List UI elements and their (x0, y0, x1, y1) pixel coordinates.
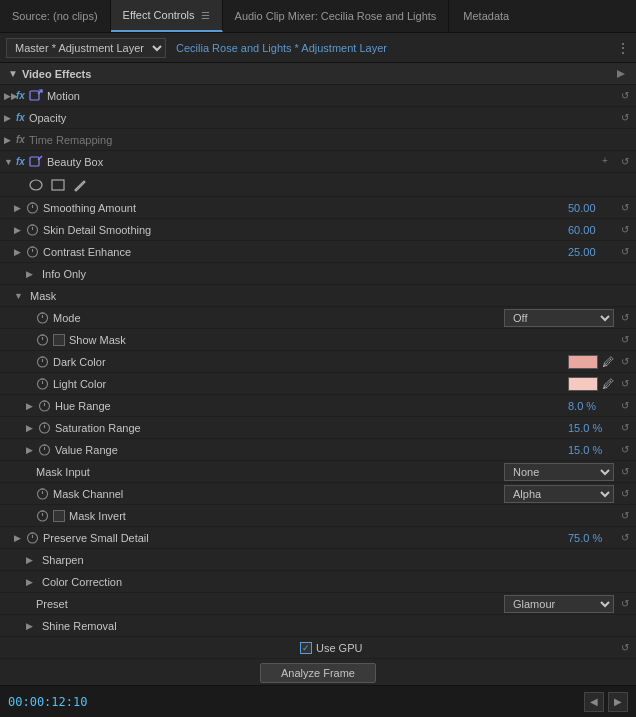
mask-chevron[interactable]: ▼ (14, 291, 26, 301)
color-correction-chevron[interactable]: ▶ (26, 577, 38, 587)
hue-range-reset[interactable]: ↺ (618, 399, 632, 413)
mask-invert-checkbox[interactable] (53, 510, 65, 522)
tab-audio-clip-mixer[interactable]: Audio Clip Mixer: Cecilia Rose and Light… (223, 0, 450, 32)
color-correction-row: ▶ Color Correction (0, 571, 636, 593)
preserve-chevron[interactable]: ▶ (14, 533, 26, 543)
value-range-stopwatch[interactable] (38, 443, 51, 456)
ellipse-icon[interactable] (28, 177, 44, 193)
mask-channel-select[interactable]: Alpha Red Green Blue (504, 485, 614, 503)
light-color-eyedropper[interactable]: 🖉 (602, 377, 614, 391)
dark-color-eyedropper[interactable]: 🖉 (602, 355, 614, 369)
preset-row: Preset Glamour Natural Soft Vivid ↺ (0, 593, 636, 615)
preserve-small-row: ▶ Preserve Small Detail 75.0 % ↺ (0, 527, 636, 549)
show-mask-stopwatch[interactable] (36, 333, 49, 346)
mask-channel-stopwatch[interactable] (36, 487, 49, 500)
prev-frame-button[interactable]: ◀ (584, 692, 604, 712)
panel-body: ▼ Video Effects ▶ fx Motion ↺ ▶ fx Opaci… (0, 63, 636, 685)
master-select[interactable]: Master * Adjustment Layer (6, 38, 166, 58)
skin-detail-stopwatch[interactable] (26, 223, 39, 236)
svg-rect-2 (30, 157, 39, 166)
saturation-reset[interactable]: ↺ (618, 421, 632, 435)
preset-select[interactable]: Glamour Natural Soft Vivid (504, 595, 614, 613)
sharpen-chevron[interactable]: ▶ (26, 555, 38, 565)
mode-stopwatch[interactable] (36, 311, 49, 324)
mode-reset[interactable]: ↺ (618, 311, 632, 325)
light-color-swatch[interactable] (568, 377, 598, 391)
dark-color-reset[interactable]: ↺ (618, 355, 632, 369)
layer-link[interactable]: Cecilia Rose and Lights * Adjustment Lay… (176, 42, 387, 54)
value-range-value[interactable]: 15.0 % (568, 444, 618, 456)
mask-input-reset[interactable]: ↺ (618, 465, 632, 479)
smoothing-chevron[interactable]: ▶ (14, 203, 26, 213)
beauty-box-add-mask[interactable]: + (602, 155, 616, 169)
tab-source[interactable]: Source: (no clips) (0, 0, 111, 32)
beauty-box-chevron[interactable]: ▼ (4, 157, 16, 167)
tab-menu-icon[interactable]: ☰ (201, 10, 210, 21)
hue-range-label: Hue Range (55, 400, 568, 412)
tab-metadata[interactable]: Metadata (449, 0, 523, 32)
light-color-stopwatch[interactable] (36, 377, 49, 390)
time-remap-chevron[interactable]: ▶ (4, 135, 16, 145)
use-gpu-row: ✓ Use GPU ↺ (0, 637, 636, 659)
smoothing-reset[interactable]: ↺ (618, 201, 632, 215)
preserve-reset[interactable]: ↺ (618, 531, 632, 545)
mask-channel-reset[interactable]: ↺ (618, 487, 632, 501)
analyze-frame-button[interactable]: Analyze Frame (260, 663, 376, 683)
motion-reset[interactable]: ↺ (618, 89, 632, 103)
skin-detail-reset[interactable]: ↺ (618, 223, 632, 237)
contrast-chevron[interactable]: ▶ (14, 247, 26, 257)
skin-detail-value[interactable]: 60.00 (568, 224, 618, 236)
show-mask-reset[interactable]: ↺ (618, 333, 632, 347)
contrast-enhance-value[interactable]: 25.00 (568, 246, 618, 258)
use-gpu-reset[interactable]: ↺ (618, 641, 632, 655)
hue-range-chevron[interactable]: ▶ (26, 401, 38, 411)
panel-menu-icon[interactable]: ⋮ (616, 40, 630, 56)
next-frame-button[interactable]: ▶ (608, 692, 628, 712)
dark-color-stopwatch[interactable] (36, 355, 49, 368)
motion-chevron[interactable]: ▶ (4, 91, 16, 101)
scroll-right-btn[interactable] (614, 67, 628, 81)
light-color-reset[interactable]: ↺ (618, 377, 632, 391)
show-mask-checkbox[interactable] (53, 334, 65, 346)
time-remapping-label: Time Remapping (29, 134, 632, 146)
mask-invert-reset[interactable]: ↺ (618, 509, 632, 523)
saturation-stopwatch[interactable] (38, 421, 51, 434)
tab-effect-controls[interactable]: Effect Controls ☰ (111, 0, 223, 32)
mask-invert-stopwatch[interactable] (36, 509, 49, 522)
value-range-chevron[interactable]: ▶ (26, 445, 38, 455)
beauty-box-label: Beauty Box (47, 156, 602, 168)
saturation-chevron[interactable]: ▶ (26, 423, 38, 433)
fx-badge-timeremap: fx (16, 134, 25, 145)
value-range-reset[interactable]: ↺ (618, 443, 632, 457)
motion-icon (29, 89, 43, 103)
contrast-reset[interactable]: ↺ (618, 245, 632, 259)
contrast-stopwatch[interactable] (26, 245, 39, 258)
mode-select[interactable]: Off Luminance Color Chroma (504, 309, 614, 327)
opacity-chevron[interactable]: ▶ (4, 113, 16, 123)
smoothing-amount-value[interactable]: 50.00 (568, 202, 618, 214)
preset-label: Preset (36, 598, 504, 610)
mask-input-select[interactable]: None Alpha Luma (504, 463, 614, 481)
skin-detail-chevron[interactable]: ▶ (14, 225, 26, 235)
timecode: 00:00:12:10 (8, 695, 87, 709)
info-only-chevron[interactable]: ▶ (26, 269, 38, 279)
shine-removal-chevron[interactable]: ▶ (26, 621, 38, 631)
saturation-range-value[interactable]: 15.0 % (568, 422, 618, 434)
rectangle-icon[interactable] (50, 177, 66, 193)
use-gpu-checkbox[interactable]: ✓ (300, 642, 312, 654)
pen-icon[interactable] (72, 177, 88, 193)
hue-range-stopwatch[interactable] (38, 399, 51, 412)
smoothing-stopwatch[interactable] (26, 201, 39, 214)
header-row: Master * Adjustment Layer Cecilia Rose a… (0, 33, 636, 63)
beauty-box-reset[interactable]: ↺ (618, 155, 632, 169)
preserve-stopwatch[interactable] (26, 531, 39, 544)
preserve-small-value[interactable]: 75.0 % (568, 532, 618, 544)
svg-rect-5 (52, 180, 64, 190)
shine-removal-label: Shine Removal (42, 620, 632, 632)
mask-input-row: Mask Input None Alpha Luma ↺ (0, 461, 636, 483)
skin-detail-label: Skin Detail Smoothing (43, 224, 568, 236)
opacity-reset[interactable]: ↺ (618, 111, 632, 125)
dark-color-swatch[interactable] (568, 355, 598, 369)
preset-reset[interactable]: ↺ (618, 597, 632, 611)
hue-range-value[interactable]: 8.0 % (568, 400, 618, 412)
